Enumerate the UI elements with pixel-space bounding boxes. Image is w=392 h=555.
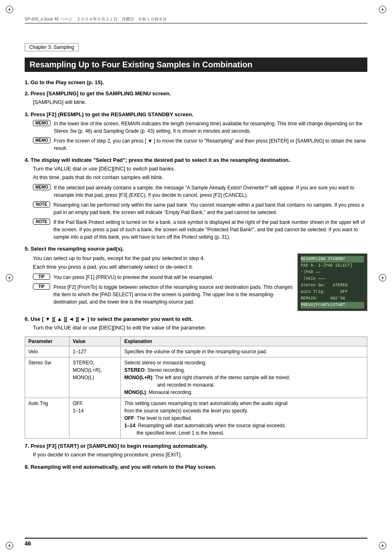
parameter-table: Parameter Value Explanation Velo 1–127 S…	[25, 336, 367, 439]
step-2-body: [SAMPLING] will blink.	[33, 98, 367, 106]
step-1: 1. Go to the Play screen (p. 15).	[25, 79, 367, 85]
lcd-screen: RESAMPLING STANDBY PAD 8- 1←[PAD SELECT]…	[297, 253, 367, 311]
table-row-autotrig: Auto Trig OFF,1–14 This setting causes r…	[25, 398, 367, 439]
tip-badge-1: TIP	[33, 274, 50, 280]
step-5-right: RESAMPLING STANDBY PAD 8- 1←[PAD SELECT]…	[297, 253, 367, 311]
page-number: 46	[25, 540, 31, 547]
step-1-header: 1. Go to the Play screen (p. 15).	[25, 79, 367, 85]
table-row-stereo: Stereo Sw STEREO,MONO(L+R),MONO(L) Selec…	[25, 357, 367, 398]
main-content: Resampling Up to Four Existing Samples i…	[25, 58, 367, 530]
cell-param-velo: Velo	[25, 346, 69, 357]
corner-mark-tr	[379, 6, 386, 13]
tip-text-2: Press [F2] (FromTo) to toggle between se…	[53, 283, 293, 306]
step-3-note-2: MEMO From the screen of step 2, you can …	[33, 137, 367, 152]
col-header-value: Value	[69, 337, 120, 346]
note-text-1: Resampling can be performed only within …	[53, 201, 367, 216]
cell-explanation-autotrig: This setting causes resampling to start …	[121, 398, 367, 439]
table-row-velo: Velo 1–127 Specifies the volume of the s…	[25, 346, 367, 357]
step-4: 4. The display will indicate "Select Pad…	[25, 157, 367, 241]
step-3: 3. Press [F2] (RESMPL) to get the RESAMP…	[25, 111, 367, 152]
step-4-note-1: NOTE Resampling can be performed only wi…	[33, 201, 367, 216]
step-5-header: 5. Select the resampling source pad(s).	[25, 246, 367, 252]
col-header-explanation: Explanation	[121, 337, 367, 346]
step-3-note-1: MEMO In the lower line of the screen, RE…	[33, 120, 367, 135]
step-2-header: 2. Press [SAMPLING] to get the SAMPLING …	[25, 90, 367, 97]
lcd-line-4: |Velo ———	[301, 276, 364, 282]
memo-badge-3: MEMO	[33, 184, 51, 190]
step-5-body: You can select up to four pads, except f…	[33, 254, 293, 271]
memo-badge: MEMO	[33, 120, 51, 126]
step-4-body: Turn the VALUE dial or use [DEC][INC] to…	[33, 165, 367, 182]
lcd-line-6: Auto Trig: OFF	[301, 289, 364, 295]
step-4-memo: MEMO If the selected pad already contain…	[33, 184, 367, 199]
tip-text-1: You can press [F1] (PREVU) to preview th…	[53, 274, 293, 281]
cell-param-stereo: Stereo Sw	[25, 357, 69, 398]
step-4-header: 4. The display will indicate "Select Pad…	[25, 157, 367, 163]
corner-mark-bl	[6, 542, 13, 549]
corner-mark-br	[379, 542, 386, 549]
lcd-line-5: Stereo Sw: STEREO	[301, 282, 364, 289]
section-title: Resampling Up to Four Existing Samples i…	[25, 58, 367, 72]
step-8: 8. Resampling will end automatically, an…	[25, 464, 367, 470]
step-6: 6. Use [ ▼ ][ ▲ ][ ◄ ][ ► ] to select th…	[25, 316, 367, 332]
step-3-header: 3. Press [F2] (RESMPL) to get the RESAMP…	[25, 111, 367, 117]
chapter-box: Chapter 3. Sampling	[25, 43, 78, 51]
memo-badge-2: MEMO	[33, 137, 51, 143]
step-6-body: Turn the VALUE dial or use [DEC][INC] to…	[33, 324, 367, 332]
step-2: 2. Press [SAMPLING] to get the SAMPLING …	[25, 90, 367, 106]
step-6-header: 6. Use [ ▼ ][ ▲ ][ ◄ ][ ► ] to select th…	[25, 316, 367, 322]
cell-value-stereo: STEREO,MONO(L+R),MONO(L)	[69, 357, 120, 398]
lcd-line-7: REMAIN: 002'08	[301, 295, 364, 302]
cell-explanation-stereo: Selects stereo or monaural recording. ST…	[121, 357, 367, 398]
step-5: 5. Select the resampling source pad(s). …	[25, 246, 367, 311]
header-filename: SP-606_e.book 46 ページ ２００４年６月２１日 月曜日 午前１０…	[25, 16, 167, 22]
corner-mark-mr	[379, 274, 386, 281]
note-badge-2: NOTE	[33, 219, 50, 225]
step-7-header: 7. Press [F3] (START) or [SAMPLING] to b…	[25, 443, 367, 449]
tip-badge-2: TIP	[33, 283, 50, 290]
step-5-tip-1: TIP You can press [F1] (PREVU) to previe…	[33, 274, 293, 281]
note-badge-1: NOTE	[33, 201, 50, 207]
col-header-param: Parameter	[25, 337, 69, 346]
cell-explanation-velo: Specifies the volume of the sample in th…	[121, 346, 367, 357]
page-header: SP-606_e.book 46 ページ ２００４年６月２１日 月曜日 午前１０…	[25, 16, 367, 23]
corner-mark-ml	[6, 274, 13, 281]
note-text-2: If the Pad Bank Protect setting is turne…	[53, 219, 367, 241]
step-8-header: 8. Resampling will end automatically, an…	[25, 464, 367, 470]
step-4-note-2: NOTE If the Pad Bank Protect setting is …	[33, 219, 367, 241]
lcd-line-3: ↑|PAD ——	[301, 269, 364, 276]
corner-mark-tl	[6, 6, 13, 13]
step-7: 7. Press [F3] (START) or [SAMPLING] to b…	[25, 443, 367, 459]
lcd-line-2: PAD 8- 1←[PAD SELECT]	[301, 263, 364, 269]
memo-text-2: From the screen of step 2, you can press…	[54, 137, 367, 152]
memo-text: In the lower line of the screen, REMAIN …	[54, 120, 367, 135]
cell-value-autotrig: OFF,1–14	[69, 398, 120, 439]
cell-value-velo: 1–127	[69, 346, 120, 357]
lcd-line-8: PREVU|FromTo|START	[301, 302, 364, 309]
step-5-left: You can select up to four pads, except f…	[25, 253, 293, 308]
step-5-tip-2: TIP Press [F2] (FromTo) to toggle betwee…	[33, 283, 293, 306]
bottom-line	[25, 538, 367, 539]
step-5-container: You can select up to four pads, except f…	[25, 253, 367, 311]
memo-text-3: If the selected pad already contains a s…	[54, 184, 367, 199]
chapter-label: Chapter 3. Sampling	[29, 44, 74, 50]
cell-param-autotrig: Auto Trig	[25, 398, 69, 439]
step-7-body: If you decide to cancel the resampling p…	[33, 451, 367, 459]
lcd-line-1: RESAMPLING STANDBY	[301, 256, 364, 263]
